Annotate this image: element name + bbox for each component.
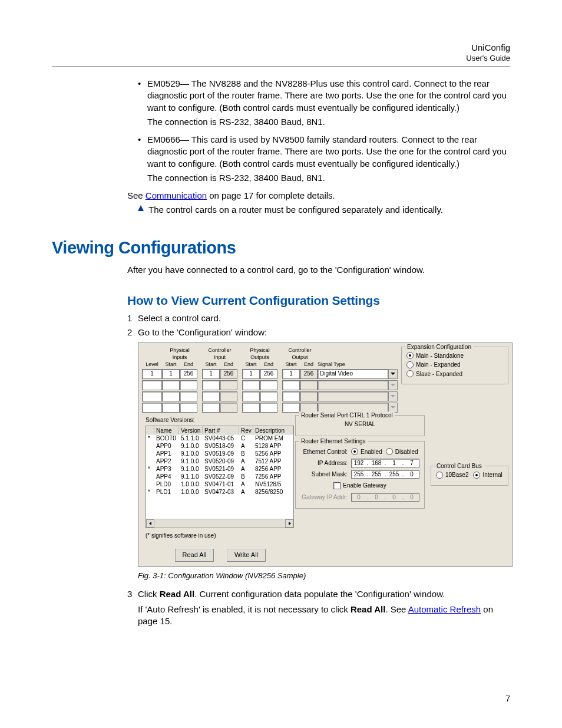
bullet-list: EM0529— The NV8288 and the NV8288-Plus u… xyxy=(138,78,510,114)
hdr-phys-inputs: Physical Inputs xyxy=(162,347,197,361)
hdr-ctrl-input: Controller Input xyxy=(202,347,237,361)
step-3: 3 Click Read All. Current configuration … xyxy=(127,588,510,628)
co-end: 256 xyxy=(300,369,318,379)
bullet-text: EM0529— The NV8288 and the NV8288-Plus u… xyxy=(147,78,507,113)
divider xyxy=(52,67,510,67)
radio-slave-expanded[interactable]: Slave - Expanded xyxy=(406,370,503,378)
router-serial-group: Router Serial Port CTRL 1 Protocol NV SE… xyxy=(295,415,425,436)
signal-type-select[interactable]: Digital Video xyxy=(318,369,388,379)
bullet-list-2: EM0666— This card is used by NV8500 fami… xyxy=(138,134,510,170)
level-row-1: 1 1 256 1 256 1 256 1 256 Digital Video xyxy=(142,369,396,379)
see-line: See Communication on page 17 for complet… xyxy=(127,190,510,202)
co-start[interactable]: 1 xyxy=(282,369,300,379)
brand-name: UniConfig xyxy=(52,42,510,54)
conn-line-1: The connection is RS-232, 38400 Baud, 8N… xyxy=(138,116,510,128)
checkbox-icon xyxy=(333,482,340,489)
table-row: APP19.1.0.0SV0519-09B5256 APP xyxy=(146,450,293,457)
expansion-config-group: Expansion Configuration Main - Standalon… xyxy=(401,347,508,385)
subnet-mask-input[interactable]: 255. 255. 255. 0 xyxy=(351,470,419,479)
pi-end[interactable]: 256 xyxy=(180,369,197,379)
step-list: 1Select a control card. 2Go to the 'Conf… xyxy=(127,312,510,339)
horizontal-scrollbar[interactable] xyxy=(146,519,293,528)
radio-10base2[interactable]: 10Base2 xyxy=(436,471,468,479)
radio-icon xyxy=(406,361,414,368)
bullet-em0529: EM0529— The NV8288 and the NV8288-Plus u… xyxy=(138,78,510,114)
po-end[interactable]: 256 xyxy=(260,369,277,379)
bullet-text: EM0666— This card is used by NV8500 fami… xyxy=(147,134,507,169)
radio-internal[interactable]: Internal xyxy=(473,471,502,479)
software-versions-table: Name Version Part # Rev Description *BOO… xyxy=(146,426,294,528)
gateway-ip-input: 0. 0. 0. 0 xyxy=(351,493,419,502)
hdr-phys-outputs: Physical Outputs xyxy=(242,347,277,361)
page-header: UniConfig User's Guide xyxy=(52,42,510,63)
table-row: APP09.1.0.0SV0518-09A5128 APP xyxy=(146,442,293,450)
pi-start[interactable]: 1 xyxy=(162,369,180,379)
bullet-em0666: EM0666— This card is used by NV8500 fami… xyxy=(138,134,510,170)
dropdown-icon xyxy=(388,391,398,401)
control-card-bus-group: Control Card Bus 10Base2 Internal xyxy=(431,466,508,486)
write-all-button[interactable]: Write All xyxy=(227,549,266,562)
software-versions-label: Software Versions: xyxy=(146,416,286,424)
page-number: 7 xyxy=(505,693,510,704)
section-intro: After you have connected to a control ca… xyxy=(127,264,510,276)
radio-icon xyxy=(406,352,414,359)
scroll-right-icon[interactable] xyxy=(285,519,293,528)
step-list-cont: 3 Click Read All. Current configuration … xyxy=(127,588,510,628)
scroll-left-icon[interactable] xyxy=(146,519,154,528)
step-1: 1Select a control card. xyxy=(127,312,510,324)
radio-icon xyxy=(406,370,414,377)
ip-address-input[interactable]: 192. 168. 1. 7 xyxy=(351,459,419,468)
router-ethernet-group: Router Ethernet Settings Ethernet Contro… xyxy=(295,441,425,509)
radio-icon xyxy=(351,448,358,455)
radio-icon xyxy=(473,472,480,479)
serial-value: NV SERIAL xyxy=(300,419,419,431)
radio-main-expanded[interactable]: Main - Expanded xyxy=(406,361,503,369)
radio-eth-enabled[interactable]: Enabled xyxy=(351,448,382,456)
table-row: PLD01.0.0.0SV0471-01ANV5128/5 xyxy=(146,480,293,488)
radio-icon xyxy=(386,448,393,455)
config-window-figure: Physical Inputs Controller Input Physica… xyxy=(138,342,513,567)
software-note: (* signifies software in use) xyxy=(146,532,286,540)
guide-name: User's Guide xyxy=(52,54,510,63)
radio-icon xyxy=(436,472,443,479)
table-row: APP29.1.0.0SV0520-09A7512 APP xyxy=(146,457,293,465)
step-2: 2Go to the 'Configuration' window: xyxy=(127,327,510,338)
po-start[interactable]: 1 xyxy=(242,369,260,379)
hdr-ctrl-output: Controller Output xyxy=(282,347,318,361)
table-row: APP49.1.1.0SV0522-09B7256 APP xyxy=(146,473,293,480)
dropdown-icon xyxy=(388,380,398,390)
subsection-heading: How to View Current Configuration Settin… xyxy=(127,292,510,309)
note-line: The control cards on a router must be co… xyxy=(138,204,510,216)
enable-gateway-checkbox[interactable]: Enable Gateway xyxy=(333,482,386,490)
section-heading: Viewing Configurations xyxy=(52,236,510,259)
radio-eth-disabled[interactable]: Disabled xyxy=(386,448,418,456)
ci-start[interactable]: 1 xyxy=(202,369,220,379)
read-all-button[interactable]: Read All xyxy=(175,549,214,562)
conn-line-2: The connection is RS-232, 38400 Baud, 8N… xyxy=(138,172,510,184)
communication-link[interactable]: Communication xyxy=(146,190,207,200)
ci-end: 256 xyxy=(220,369,237,379)
table-row: *BOOT05.1.1.0SV0443-05CPROM EM xyxy=(146,434,293,442)
radio-main-standalone[interactable]: Main - Standalone xyxy=(406,352,503,360)
note-triangle-icon xyxy=(138,205,144,211)
table-row: *APP39.1.0.0SV0521-09A8256 APP xyxy=(146,465,293,473)
dropdown-icon[interactable] xyxy=(388,369,398,379)
automatic-refresh-link[interactable]: Automatic Refresh xyxy=(408,604,481,614)
figure-caption: Fig. 3-1: Configuration Window (NV8256 S… xyxy=(138,571,510,581)
table-row: *PLD11.0.0.0SV0472-03A8256/8250 xyxy=(146,488,293,496)
level-input[interactable]: 1 xyxy=(142,369,162,379)
